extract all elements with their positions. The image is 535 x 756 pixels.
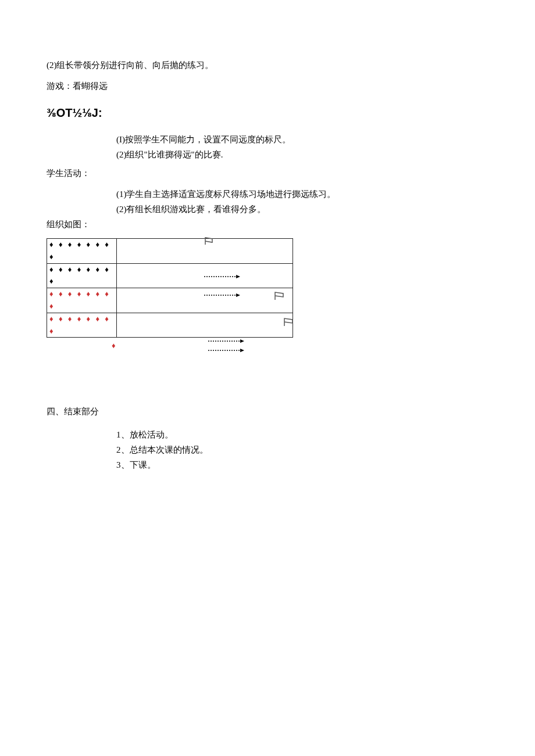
arrow-icon [208, 348, 246, 353]
lane-cell [116, 263, 293, 288]
below-table-area: ♦ [47, 338, 293, 364]
people-row-red: ♦ ♦ ♦ ♦ ♦ ♦ ♦ ♦ [47, 313, 117, 338]
diagram-table: ♦ ♦ ♦ ♦ ♦ ♦ ♦ ♦ ♦ ♦ ♦ ♦ ♦ ♦ ♦ ♦ ♦ ♦ ♦ ♦ … [47, 238, 293, 338]
end-item-1: 1、放松活动。 [47, 428, 488, 442]
section-4-title: 四、结束部分 [47, 404, 488, 418]
game-line: 游戏：看蝴得远 [47, 79, 488, 93]
arrow-icon [204, 274, 242, 279]
single-person-icon: ♦ [112, 340, 116, 352]
student-activity-label: 学生活动： [47, 166, 488, 180]
flag-icon [283, 316, 297, 332]
lane-cell [116, 288, 293, 313]
garbled-heading: ⅜OT½⅛J: [47, 103, 488, 122]
svg-marker-1 [236, 275, 240, 278]
arrow-icon [208, 339, 246, 343]
organization-label: 组织如图： [47, 217, 488, 231]
student-item-1: (1)学生自主选择适宜远度标尺得练习场地进行掷远练习。 [47, 187, 488, 201]
arrow-icon [204, 293, 242, 298]
teacher-item-2: (2)组织"比谁掷得远"的比赛. [47, 148, 488, 162]
svg-marker-3 [236, 293, 240, 297]
student-item-2: (2)有组长组织游戏比赛，看谁得分多。 [47, 202, 488, 216]
table-row: ♦ ♦ ♦ ♦ ♦ ♦ ♦ ♦ [47, 313, 293, 338]
formation-diagram: ♦ ♦ ♦ ♦ ♦ ♦ ♦ ♦ ♦ ♦ ♦ ♦ ♦ ♦ ♦ ♦ ♦ ♦ ♦ ♦ … [47, 238, 488, 364]
people-row-black: ♦ ♦ ♦ ♦ ♦ ♦ ♦ ♦ [47, 263, 117, 288]
people-row-red: ♦ ♦ ♦ ♦ ♦ ♦ ♦ ♦ [47, 288, 117, 313]
end-item-2: 2、总结本次课的情况。 [47, 443, 488, 457]
table-row: ♦ ♦ ♦ ♦ ♦ ♦ ♦ ♦ [47, 239, 293, 264]
svg-marker-5 [240, 339, 244, 343]
teacher-item-1: (I)按照学生不同能力，设置不同远度的标尺。 [47, 132, 488, 146]
lane-cell [116, 313, 293, 338]
table-row: ♦ ♦ ♦ ♦ ♦ ♦ ♦ ♦ [47, 288, 293, 313]
table-row: ♦ ♦ ♦ ♦ ♦ ♦ ♦ ♦ [47, 263, 293, 288]
people-row-black: ♦ ♦ ♦ ♦ ♦ ♦ ♦ ♦ [47, 239, 117, 264]
svg-marker-7 [240, 349, 244, 352]
end-item-3: 3、下课。 [47, 458, 488, 472]
paragraph-line: (2)组长带领分别进行向前、向后抛的练习。 [47, 58, 488, 72]
flag-icon [204, 234, 217, 251]
lane-cell [116, 239, 293, 264]
flag-icon [274, 289, 288, 306]
